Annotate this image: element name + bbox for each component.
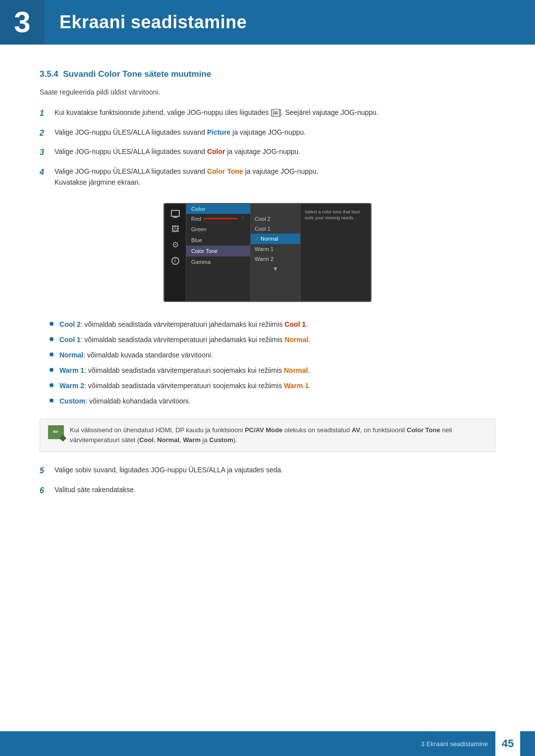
bullet-warm1: Warm 1: võimaldab seadistada värvitemper… [50,365,495,376]
submenu-warm2: Warm 2 [251,254,300,264]
section-title: 3.5.4 Suvandi Color Tone sätete muutmine [40,69,495,79]
bullet-cool2: Cool 2: võimaldab seadistada värvitemper… [50,319,495,330]
bullet-dot [50,383,54,387]
note-box: ✏ Kui välissisend on ühendatud HDMI, DP … [40,419,495,453]
chapter-number: 3 [14,7,30,37]
picture-icon-wrap: 🖼 [170,224,181,235]
info-icon-wrap: i [170,255,181,266]
bullet-dot [50,353,54,356]
menu-green: Green [186,224,250,235]
bullet-warm2: Warm 2: võimaldab seadistada värvitemper… [50,381,495,391]
bullet-dot [50,368,54,372]
monitor-sidebar: 🖼 ⚙ i [164,204,186,301]
step-4-text: Valige JOG-nuppu ÜLES/ALLA liigutades su… [54,166,495,188]
page-number: 45 [495,731,520,756]
step-3-text: Valige JOG-nuppu ÜLES/ALLA liigutades su… [54,146,495,157]
page-content: 3.5.4 Suvandi Color Tone sätete muutmine… [0,45,535,541]
step-3-number: 3 [40,146,54,159]
note-text: Kui välissisend on ühendatud HDMI, DP ka… [70,425,487,446]
submenu-cool1: Cool 1 [251,224,300,234]
bullet-dot [50,337,54,341]
step-2-text: Valige JOG-nuppu ÜLES/ALLA liigutades su… [54,127,495,138]
monitor-screenshot: 🖼 ⚙ i Color Red ⋮ Green Blue Co [40,203,495,302]
chapter-number-box: 3 [0,0,45,45]
section-id: 3.5.4 [40,69,58,79]
submenu-warm1: Warm 1 [251,244,300,254]
bullet-warm2-text: Warm 2: võimaldab seadistada värvitemper… [59,381,311,391]
step-1-number: 1 [40,107,54,120]
bullet-cool1: Cool 1: võimaldab seadistada värvitemper… [50,335,495,345]
screen-icon [171,210,180,217]
step-6-text: Valitud säte rakendatakse. [54,484,495,495]
bullet-cool2-text: Cool 2: võimaldab seadistada värvitemper… [59,319,308,330]
step-6-number: 6 [40,484,54,497]
steps-list: 1 Kui kuvatakse funktsioonide juhend, va… [40,107,495,188]
scroll-down-icon: ▼ [251,264,300,272]
settings-icon-wrap: ⚙ [170,240,181,251]
step-3: 3 Valige JOG-nuppu ÜLES/ALLA liigutades … [40,146,495,159]
step-2: 2 Valige JOG-nuppu ÜLES/ALLA liigutades … [40,127,495,140]
footer-chapter-label: 3 Ekraani seadistamine [421,740,488,748]
slider-icon: ⋮ [240,216,245,221]
step-2-number: 2 [40,127,54,140]
red-label: Red [191,216,201,222]
step-4-number: 4 [40,166,54,179]
bullet-warm1-text: Warm 1: võimaldab seadistada värvitemper… [59,365,310,376]
step-1: 1 Kui kuvatakse funktsioonide juhend, va… [40,107,495,120]
bullet-normal: Normal: võimaldab kuvada standardse värv… [50,350,495,360]
hint-text: Select a color tone that best suits your… [305,209,367,221]
step-5-text: Valige sobiv suvand, liigutades JOG-nupp… [54,464,495,475]
info-icon: i [171,257,179,265]
monitor-icon [170,208,181,219]
monitor-submenu: Cool 2 Cool 1 Normal Warm 1 Warm 2 ▼ [251,204,300,301]
monitor-hint: Select a color tone that best suits your… [300,204,371,301]
bullet-dot [50,399,54,403]
section-heading: Suvandi Color Tone sätete muutmine [63,69,211,79]
step-4: 4 Valige JOG-nuppu ÜLES/ALLA liigutades … [40,166,495,188]
bullet-custom: Custom: võimaldab kohandada värvitooni. [50,396,495,406]
feature-list: Cool 2: võimaldab seadistada värvitemper… [50,319,495,406]
slider-line [204,218,238,219]
menu-blue: Blue [186,235,250,246]
chapter-header: 3 Ekraani seadistamine [0,0,535,45]
note-icon: ✏ [48,425,64,439]
bullet-cool1-text: Cool 1: võimaldab seadistada värvitemper… [59,335,311,345]
intro-paragraph: Saate reguleerida pildi üldist värvitoon… [40,88,495,96]
menu-gamma: Gamma [186,256,250,267]
monitor-display: 🖼 ⚙ i Color Red ⋮ Green Blue Co [163,203,372,302]
menu-color-tone: Color Tone [186,246,250,256]
step-1-text: Kui kuvatakse funktsioonide juhend, vali… [54,107,495,118]
step-6: 6 Valitud säte rakendatakse. [40,484,495,497]
bullet-normal-text: Normal: võimaldab kuvada standardse värv… [59,350,213,360]
chapter-title: Ekraani seadistamine [59,12,247,33]
menu-header: Color [186,204,250,214]
step-5-number: 5 [40,464,54,477]
bullet-dot [50,322,54,326]
submenu-normal: Normal [251,234,300,244]
picture-icon: 🖼 [171,225,179,234]
step-5: 5 Valige sobiv suvand, liigutades JOG-nu… [40,464,495,477]
page-footer: 3 Ekraani seadistamine 45 [0,731,535,756]
steps-continued: 5 Valige sobiv suvand, liigutades JOG-nu… [40,464,495,497]
monitor-menu: Color Red ⋮ Green Blue Color Tone Gamma [186,204,251,301]
submenu-cool2: Cool 2 [251,214,300,224]
bullet-custom-text: Custom: võimaldab kohandada värvitooni. [59,396,191,406]
gear-icon: ⚙ [172,240,179,250]
pencil-icon: ✏ [53,426,59,437]
red-slider: Red ⋮ [186,214,250,224]
